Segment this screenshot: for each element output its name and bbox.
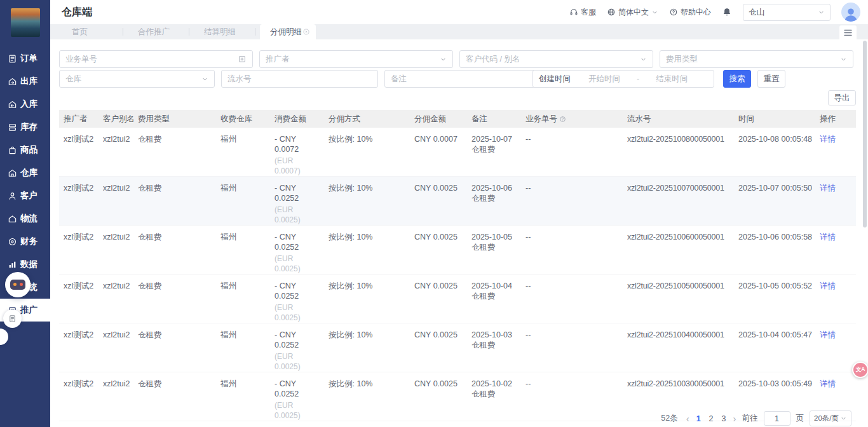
detail-link[interactable]: 详情 xyxy=(820,330,836,339)
cell-serial: xzl2tui2-2025100600050001 xyxy=(623,226,734,274)
cell-warehouse: 福州 xyxy=(216,177,270,226)
fee-type-select[interactable]: 费用类型 xyxy=(660,50,853,68)
table-row[interactable]: xzl测试2 xzl2tui2 仓租费 福州 - CNY 0.0252(EUR … xyxy=(59,274,856,323)
customer-code-select[interactable]: 客户代码 / 别名 xyxy=(459,50,653,68)
promoter-select[interactable]: 推广者 xyxy=(259,50,453,68)
sidebar-item-inventory[interactable]: 库存 xyxy=(0,116,50,139)
detail-link[interactable]: 详情 xyxy=(820,233,836,241)
date-range-picker[interactable]: 创建时间 开始时间 - 结束时间 xyxy=(532,70,714,88)
tab-cooperation[interactable]: 合作推广 xyxy=(128,24,184,39)
reset-button[interactable]: 重置 xyxy=(757,70,785,88)
customers-icon xyxy=(8,191,17,201)
serial-no-input[interactable]: 流水号 xyxy=(221,70,378,88)
tab-label: 合作推广 xyxy=(138,27,170,37)
cell-biz-no: -- xyxy=(521,323,623,372)
table-row[interactable]: xzl测试2 xzl2tui2 仓租费 福州 - CNY 0.0252(EUR … xyxy=(59,177,856,226)
pagination: 52条 ‹ 1 2 3 › 前往 页 20条/页 xyxy=(661,410,851,426)
cell-fee-type: 仓租费 xyxy=(133,421,216,427)
sidebar-item-finance[interactable]: 财务 xyxy=(0,230,50,253)
col-biz-no: 业务单号 xyxy=(521,110,623,128)
help-center-link[interactable]: 帮助中心 xyxy=(669,7,711,18)
table-row[interactable]: xzl测试2 xzl2tui2 仓租费 福州 - CNY 0.0252(EUR … xyxy=(59,323,856,372)
help-icon[interactable] xyxy=(559,116,566,123)
cell-time: 2025-10-06 00:05:58 xyxy=(734,226,815,274)
close-icon[interactable] xyxy=(302,28,310,36)
tab-settlement[interactable]: 结算明细 xyxy=(194,24,250,39)
sidebar-item-customers[interactable]: 客户 xyxy=(0,184,50,207)
page-number-1[interactable]: 1 xyxy=(695,414,702,423)
tab-divider xyxy=(123,28,123,36)
tab-list-button[interactable] xyxy=(839,25,857,39)
sidebar-item-label: 物流 xyxy=(20,213,37,224)
warehouse-select[interactable]: 仓山 xyxy=(743,4,831,21)
cell-biz-no: -- xyxy=(521,177,623,226)
col-alias: 客户别名 xyxy=(98,110,133,128)
sidebar-item-inbound[interactable]: 入库 xyxy=(0,93,50,116)
col-remark: 备注 xyxy=(467,110,521,128)
cell-promoter: xzl测试2 xyxy=(59,421,98,427)
tab-home[interactable]: 首页 xyxy=(62,24,118,39)
cell-fee-type: 仓租费 xyxy=(133,226,216,274)
translate-fab[interactable]: 文A xyxy=(852,362,868,378)
sidebar-item-label: 订单 xyxy=(20,53,37,64)
prev-page-button[interactable]: ‹ xyxy=(686,414,689,423)
language-switcher[interactable]: 简体中文 xyxy=(607,7,658,18)
main-content: 业务单号 推广者 客户代码 / 别名 费用类型 仓库 流水号 备注 创建时间 开… xyxy=(50,39,868,427)
cell-serial: xzl2tui2-2025100500050001 xyxy=(623,274,734,323)
next-page-button[interactable]: › xyxy=(733,414,736,423)
user-avatar[interactable] xyxy=(841,3,860,22)
cell-fee-type: 仓租费 xyxy=(133,274,216,323)
sidebar-item-data[interactable]: 数据 xyxy=(0,253,50,276)
cell-actions: 详情 xyxy=(815,226,856,274)
date-range-label: 创建时间 xyxy=(539,74,571,85)
cell-actions: 详情 xyxy=(815,177,856,226)
help-center-label: 帮助中心 xyxy=(681,7,711,18)
robot-icon xyxy=(10,280,25,290)
customer-service-link[interactable]: 客服 xyxy=(569,7,596,18)
cell-commission: CNY 0.0025 xyxy=(410,323,467,372)
notifications-bell-icon[interactable] xyxy=(722,7,732,17)
vertical-scrollbar[interactable] xyxy=(863,41,867,227)
sidebar-item-warehouse[interactable]: 仓库 xyxy=(0,161,50,184)
sidebar-item-logistics[interactable]: 物流 xyxy=(0,207,50,230)
business-no-input[interactable]: 业务单号 xyxy=(59,50,253,68)
translate-icon: 文A xyxy=(856,366,865,374)
detail-link[interactable]: 详情 xyxy=(820,379,836,388)
search-button[interactable]: 搜索 xyxy=(723,70,751,88)
cell-remark: 2025-10-05仓租费 xyxy=(467,226,521,274)
table-row[interactable]: xzl测试2 xzl2tui2 仓租费 福州 - CNY 0.0252(EUR … xyxy=(59,226,856,274)
cell-remark: 2025-10-07仓租费 xyxy=(467,128,521,177)
page-number-3[interactable]: 3 xyxy=(721,414,728,423)
col-serial: 流水号 xyxy=(623,110,734,128)
table-row[interactable]: xzl测试2 xzl2tui2 仓租费 福州 - CNY 0.0072(EUR … xyxy=(59,128,856,177)
detail-link[interactable]: 详情 xyxy=(820,281,836,290)
multi-line-input-icon[interactable] xyxy=(238,55,247,64)
app-logo[interactable] xyxy=(11,8,40,37)
cell-alias: xzl2tui2 xyxy=(98,323,133,372)
chatbot-fab[interactable] xyxy=(5,272,31,297)
amount-eur: (EUR 0.0007) xyxy=(275,156,320,176)
commission-table: 推广者 客户别名 费用类型 收费仓库 消费金额 分佣方式 分佣金额 备注 业务单… xyxy=(59,110,856,427)
cell-amount: - CNY 0.0252(EUR 0.0025) xyxy=(270,274,324,323)
sidebar-item-outbound[interactable]: 出库 xyxy=(0,70,50,93)
notes-fab[interactable] xyxy=(3,309,22,328)
goto-page-input[interactable] xyxy=(764,411,790,426)
inventory-icon xyxy=(8,123,17,132)
page-size-select[interactable]: 20条/页 xyxy=(810,410,851,426)
export-button[interactable]: 导出 xyxy=(828,90,856,105)
warehouse-filter-select[interactable]: 仓库 xyxy=(59,70,215,88)
cell-commission: CNY 0.0025 xyxy=(410,177,467,226)
cell-amount: - CNY 0.0072(EUR 0.0007) xyxy=(270,128,324,177)
tab-divider xyxy=(189,28,189,36)
sidebar-item-orders[interactable]: 订单 xyxy=(0,47,50,70)
cell-alias: xzl2tui2 xyxy=(98,372,133,421)
detail-link[interactable]: 详情 xyxy=(820,135,836,144)
tab-commission-details[interactable]: 分佣明细 xyxy=(260,24,316,39)
select-placeholder: 客户代码 / 别名 xyxy=(466,54,636,65)
total-count: 52条 xyxy=(661,413,677,424)
app-window: 订单 出库 入库 库存 商品 仓库 xyxy=(0,0,868,427)
page-number-2[interactable]: 2 xyxy=(708,414,715,423)
tab-label: 结算明细 xyxy=(204,27,236,37)
detail-link[interactable]: 详情 xyxy=(820,184,836,193)
sidebar-item-goods[interactable]: 商品 xyxy=(0,139,50,161)
